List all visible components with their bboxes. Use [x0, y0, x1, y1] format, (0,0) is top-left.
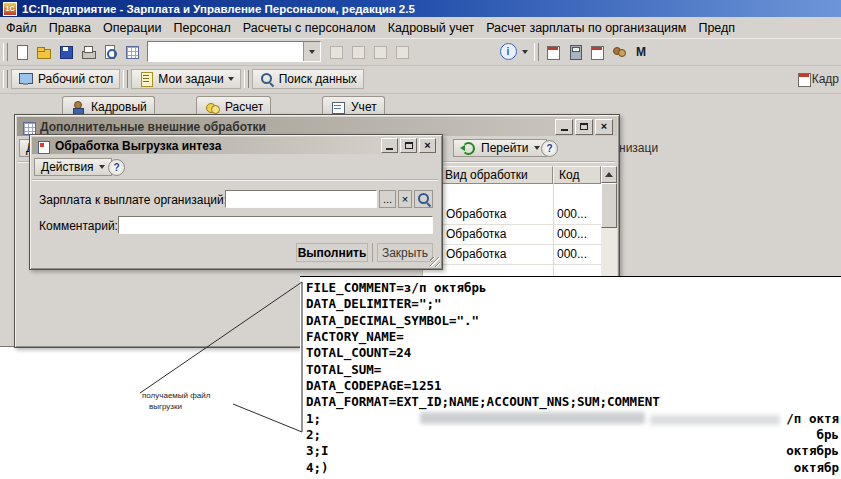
- table-row[interactable]: Обработка 000...: [423, 204, 602, 225]
- employees-button[interactable]: [608, 41, 630, 63]
- hr-panel-icon: [796, 71, 812, 87]
- inner-help-button[interactable]: ?: [108, 159, 125, 176]
- info-icon: i: [500, 43, 517, 60]
- file-line: DATA_DECIMAL_SYMBOL=".": [306, 313, 479, 329]
- salary-input[interactable]: [225, 190, 377, 208]
- arrow-up-icon: [605, 172, 613, 177]
- file-line: TOTAL_SUM=: [306, 362, 381, 378]
- print-preview-icon: [102, 44, 118, 60]
- open-button[interactable]: [33, 41, 55, 63]
- minimize-button[interactable]: [381, 138, 398, 153]
- table-row[interactable]: Обработка 000...: [423, 224, 602, 245]
- print-button[interactable]: [77, 41, 99, 63]
- file-line: 1;: [306, 411, 321, 427]
- column-header-code[interactable]: Код: [553, 166, 601, 184]
- toolbar-grip[interactable]: [3, 43, 8, 61]
- toolbar-disabled-button-3[interactable]: [369, 41, 391, 63]
- table-view-button[interactable]: [121, 41, 143, 63]
- desktop-button[interactable]: Рабочий стол: [11, 69, 120, 89]
- menu-file[interactable]: Файл: [0, 19, 43, 37]
- save-button[interactable]: [55, 41, 77, 63]
- menu-personnel[interactable]: Персонал: [167, 19, 236, 37]
- comment-field-label: Комментарий:: [39, 219, 118, 233]
- toolbar-grip[interactable]: [534, 43, 539, 61]
- magnifier-icon: [416, 191, 432, 207]
- salary-select-button[interactable]: ...: [379, 190, 396, 208]
- toolbar-disabled-button-4[interactable]: [391, 41, 413, 63]
- calculator-button[interactable]: [564, 41, 586, 63]
- close-button[interactable]: ×: [419, 138, 436, 153]
- quick-search-input[interactable]: [148, 42, 303, 61]
- comment-input[interactable]: [118, 216, 433, 234]
- tab-calculation[interactable]: Расчет: [196, 96, 271, 116]
- tab-accounting-label: Учет: [351, 100, 377, 114]
- chevron-down-icon: [228, 77, 234, 81]
- toolbar-grip[interactable]: [3, 70, 8, 88]
- menu-staff-settlements[interactable]: Расчеты с персоналом: [237, 19, 382, 37]
- maximize-button[interactable]: [400, 138, 417, 153]
- close-button[interactable]: ×: [595, 119, 613, 135]
- standard-toolbar: i М: [0, 38, 841, 66]
- data-search-button[interactable]: Поиск данных: [252, 69, 364, 89]
- scrollbar-thumb[interactable]: [601, 183, 617, 228]
- toolbar-disabled-button-1[interactable]: [325, 41, 347, 63]
- app-title: 1С:Предприятие - Зарплата и Управление П…: [22, 3, 415, 15]
- menu-hr-accounting[interactable]: Кадровый учет: [382, 19, 481, 37]
- menu-edit[interactable]: Правка: [43, 19, 97, 37]
- tab-hr[interactable]: Кадровый: [62, 96, 155, 116]
- execute-button[interactable]: Выполнить: [296, 243, 368, 262]
- minimize-icon: [561, 129, 568, 131]
- toolbar-right-fragment[interactable]: Кадр: [812, 72, 839, 86]
- person-icon: [70, 99, 86, 115]
- goto-label: Перейти: [481, 141, 529, 155]
- inner-actions-button[interactable]: Действия: [34, 158, 112, 176]
- file-line-fragment: брь: [816, 427, 839, 443]
- close-dialog-button[interactable]: Закрыть: [377, 243, 433, 262]
- maximize-button[interactable]: [575, 119, 593, 135]
- goto-icon: [460, 140, 476, 156]
- export-file-view: FILE_COMMENT=з/п октябрь DATA_DELIMITER=…: [300, 276, 841, 479]
- annotation-text-line2: выгрузки: [149, 402, 182, 412]
- scrollbar-up-button[interactable]: [601, 166, 617, 183]
- quick-search-combo[interactable]: [147, 41, 321, 62]
- toolbar-grip[interactable]: [123, 70, 128, 88]
- file-line-fragment: октябрь: [786, 443, 839, 459]
- info-dropdown-button[interactable]: [519, 41, 531, 63]
- tab-accounting[interactable]: Учет: [322, 96, 385, 116]
- menu-salary-by-org[interactable]: Расчет зарплаты по организациям: [480, 19, 692, 37]
- toolbar-grip[interactable]: [244, 70, 249, 88]
- goto-button[interactable]: Перейти: [453, 139, 547, 157]
- toolbar-separator: [32, 179, 438, 181]
- salary-clear-button[interactable]: ×: [398, 190, 412, 208]
- close-icon: ×: [601, 121, 607, 132]
- inner-actions-label: Действия: [41, 160, 94, 174]
- file-line-fragment: /п октя: [786, 411, 839, 427]
- toolbar-disabled-button-2[interactable]: [347, 41, 369, 63]
- menu-operations[interactable]: Операции: [97, 19, 167, 37]
- resize-grip[interactable]: [430, 257, 440, 267]
- salary-search-button[interactable]: [414, 190, 433, 208]
- info-button[interactable]: i: [497, 41, 519, 63]
- data-search-label: Поиск данных: [279, 72, 357, 86]
- export-dialog-titlebar: Обработка Выгрузка интеза ×: [32, 137, 440, 154]
- monitor-button[interactable]: М: [630, 41, 652, 63]
- my-tasks-label: Мои задачи: [158, 72, 223, 86]
- calendar-button[interactable]: [542, 41, 564, 63]
- table-row[interactable]: Обработка 000...: [423, 244, 602, 265]
- new-document-button[interactable]: [11, 41, 33, 63]
- outer-help-button[interactable]: ?: [541, 140, 558, 157]
- my-tasks-button[interactable]: Мои задачи: [131, 69, 240, 89]
- salary-field-label: Зарплата к выплате организаций:: [39, 193, 227, 207]
- table-icon: [124, 44, 140, 60]
- menu-enterprise[interactable]: Предп: [692, 19, 741, 37]
- open-folder-icon: [36, 44, 52, 60]
- processing-icon: [36, 139, 50, 153]
- calendar-button-2[interactable]: [586, 41, 608, 63]
- disabled-icon: [394, 44, 410, 60]
- file-line: 3;I: [306, 443, 329, 459]
- print-preview-button[interactable]: [99, 41, 121, 63]
- redacted-text-blur: [650, 415, 780, 425]
- menu-bar: Файл Правка Операции Персонал Расчеты с …: [0, 17, 841, 39]
- minimize-button[interactable]: [555, 119, 573, 135]
- combo-dropdown-button[interactable]: [303, 42, 320, 61]
